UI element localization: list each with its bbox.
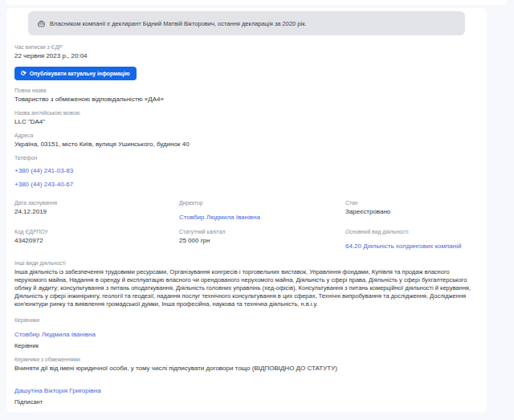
english-name-value: LLC "DA4" [14, 118, 479, 125]
edrpou-label: Код ЄДРПОУ [14, 229, 179, 234]
briefcase-icon [38, 20, 45, 27]
edrpou-value: 43420972 [14, 237, 179, 244]
extract-time-section: Час виписки з ЄДР 22 червня 2023 р., 20:… [14, 44, 479, 59]
managers-label: Керівники [14, 317, 479, 323]
address-value: Україна, 03151, місто Київ, вулиця Ушинс… [14, 141, 479, 148]
main-activity-cell: Основний вид діяльності 64.20 Діяльність… [345, 229, 479, 251]
signer-section: Дашутіна Вікторія Григорівна Підписант [14, 381, 479, 406]
manager-link[interactable]: Стовбир Людмила Іванівна [14, 331, 96, 338]
company-profile-card: Власником компанії є декларант Бідний Ма… [6, 8, 487, 412]
phone-link-2[interactable]: +380 (44) 243-40-67 [14, 179, 73, 190]
founded-label: Дата заснування [14, 200, 179, 206]
capital-cell: Статутний капітал 25 000 грн [179, 229, 345, 251]
signer-link[interactable]: Дашутіна Вікторія Григорівна [14, 387, 101, 394]
extract-time-value: 22 червня 2023 р., 20:04 [14, 52, 479, 59]
edrpou-cell: Код ЄДРПОУ 43420972 [14, 229, 179, 251]
founded-cell: Дата заснування 24.12.2019 [14, 200, 179, 222]
other-activities-label: Інші види діяльності [14, 260, 479, 266]
capital-value: 25 000 грн [179, 237, 345, 244]
full-name-value: Товариство з обмеженою відповідальністю … [14, 96, 479, 103]
address-label: Адреса [14, 133, 479, 138]
restrictions-text: Вчиняти дії від імені юридичної особи, у… [14, 365, 479, 372]
english-name-section: Назва англійською мовою LLC "DA4" [14, 110, 479, 125]
phone-link-1[interactable]: +380 (44) 241-03-83 [14, 165, 73, 177]
restrictions-section: Керівники з обмеженнями Вчиняти дії від … [14, 357, 479, 372]
full-name-label: Повна назва [14, 88, 479, 93]
previous-card-edge [6, 0, 508, 5]
status-badge: Зареєстровано [345, 208, 479, 215]
main-activity-label: Основний вид діяльності [345, 229, 479, 234]
extract-time-label: Час виписки з ЄДР [14, 44, 479, 50]
director-cell: Директор Стовбир Людмила Іванівна [179, 200, 345, 222]
phone-label: Телефон [14, 155, 479, 161]
phone-section: Телефон +380 (44) 241-03-83 +380 (44) 24… [14, 155, 479, 190]
signer-role: Підписант [14, 398, 479, 406]
banner-text: Власником компанії є декларант Бідний Ма… [50, 20, 307, 27]
main-activity-link[interactable]: 64.20 Діяльність холдингових компаній [345, 243, 461, 250]
status-label: Стан [345, 200, 479, 206]
full-name-section: Повна назва Товариство з обмеженою відпо… [14, 88, 479, 103]
company-facts-grid: Дата заснування 24.12.2019 Директор Стов… [14, 200, 479, 251]
publish-info-button-label: Опублікувати актуальну інформацію [30, 71, 130, 76]
director-link[interactable]: Стовбир Людмила Іванівна [179, 214, 260, 221]
director-label: Директор [179, 200, 345, 206]
capital-label: Статутний капітал [179, 229, 345, 234]
restrictions-label: Керівники з обмеженнями [14, 357, 479, 362]
address-section: Адреса Україна, 03151, місто Київ, вулиц… [14, 133, 479, 148]
other-activities-section: Інші види діяльності Інша діяльність із … [14, 260, 479, 308]
publish-info-button[interactable]: ⟳ Опублікувати актуальну інформацію [14, 67, 137, 80]
refresh-icon: ⟳ [21, 71, 27, 77]
managers-section: Керівники Стовбир Людмила Іванівна Керів… [14, 317, 479, 349]
founded-value: 24.12.2019 [14, 208, 179, 215]
declarant-owner-banner: Власником компанії є декларант Бідний Ма… [28, 11, 465, 35]
manager-role: Керівник [14, 342, 479, 349]
other-activities-text: Інша діяльність із забезпечення трудовим… [14, 268, 479, 308]
english-name-label: Назва англійською мовою [14, 110, 479, 116]
status-cell: Стан Зареєстровано [345, 200, 479, 222]
